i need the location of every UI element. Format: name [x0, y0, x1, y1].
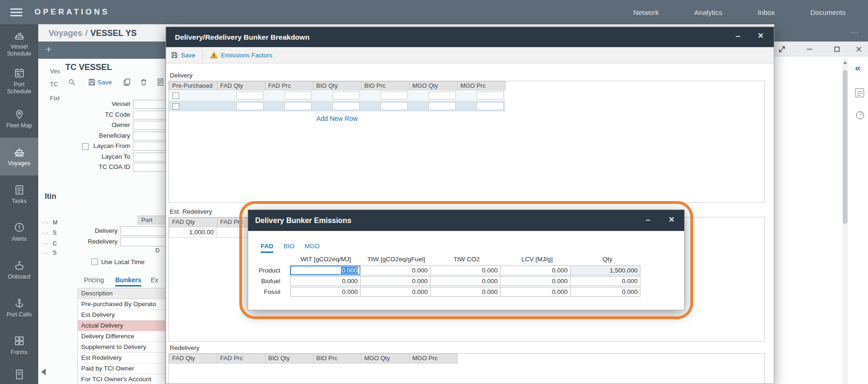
grid-row[interactable]: Pre-purchased By Operato [78, 299, 165, 310]
mgo-qty-input[interactable] [429, 102, 456, 110]
save-disk-icon[interactable] [88, 78, 96, 86]
beneficiary-field[interactable] [133, 132, 166, 140]
use-local-time-checkbox[interactable] [91, 258, 98, 265]
sidebar-item-onboard[interactable]: Onboard [0, 251, 38, 289]
grid-row[interactable]: Supplement to Delivery [78, 342, 165, 353]
bio-prc-input[interactable] [381, 102, 408, 110]
row-menu-dots[interactable]: ··· [42, 250, 49, 256]
tab-expenses[interactable]: Ex [151, 276, 158, 284]
pre-purchased-checkbox[interactable] [173, 103, 179, 110]
grid-row-highlighted[interactable]: Actual Delivery [78, 321, 165, 331]
sidebar-item-tasks[interactable]: Tasks [0, 175, 38, 213]
nav-item-documents[interactable]: Documents [810, 8, 846, 16]
save-button[interactable]: Save [97, 79, 112, 86]
tab-mgo[interactable]: MGO [305, 243, 319, 250]
grid-row[interactable]: Est Redelivery [78, 353, 165, 363]
close-icon[interactable]: × [669, 214, 674, 225]
lcv-cell[interactable]: 0.000 [500, 265, 570, 275]
overflow-menu-icon[interactable]: ··· [851, 28, 859, 36]
copy-icon[interactable] [123, 78, 131, 86]
mgo-prc-input[interactable] [477, 102, 504, 110]
sidebar-item-alerts[interactable]: Alerts [0, 213, 38, 251]
gauge-icon[interactable] [855, 110, 865, 120]
ttw-fuel-cell[interactable]: 0.000 [360, 265, 431, 275]
pre-purchased-checkbox[interactable] [173, 92, 179, 99]
tab-bio[interactable]: BIO [284, 243, 294, 250]
grid-row[interactable]: For TCI Owner's Account [78, 374, 165, 384]
close-icon[interactable]: × [758, 30, 764, 41]
sidebar-item-fleet-map[interactable]: Fleet Map [0, 100, 38, 138]
qty-cell[interactable]: 1,500.000 [570, 265, 640, 275]
laycan-to-field[interactable] [133, 153, 166, 161]
minimize-icon[interactable]: – [736, 31, 741, 41]
close-icon[interactable] [855, 46, 862, 53]
lcv-cell[interactable]: 0.000 [500, 276, 570, 286]
collapse-left-arrow[interactable] [41, 369, 46, 375]
qty-cell[interactable]: 0.000 [570, 287, 640, 297]
popout-icon[interactable] [778, 46, 785, 53]
row-menu-dots[interactable]: ··· [42, 219, 49, 226]
sidebar-item-port-calls[interactable]: Port Calls [0, 289, 38, 327]
lcv-cell[interactable]: 0.000 [500, 287, 570, 297]
nav-item-network[interactable]: Network [633, 8, 659, 16]
sidebar-item-vessel-schedule[interactable]: Vessel Schedule [0, 24, 38, 62]
tab-fad[interactable]: FAD [261, 243, 273, 253]
tab-pricing[interactable]: Pricing [84, 276, 104, 284]
save-disk-icon[interactable] [171, 51, 178, 59]
tc-coa-id-field[interactable] [133, 163, 166, 172]
ttw-co2-cell[interactable]: 0.000 [430, 265, 500, 275]
owner-field[interactable] [133, 121, 166, 130]
breadcrumb-voyages-link[interactable]: Voyages [49, 28, 83, 38]
vessel-field[interactable] [133, 100, 166, 109]
fad-prc-input[interactable] [285, 102, 312, 110]
maximize-icon[interactable] [833, 46, 840, 53]
sidebar-item-forms[interactable]: Forms [0, 327, 38, 364]
scrollbar-thumb[interactable] [843, 70, 847, 224]
bio-prc-input[interactable] [381, 91, 408, 99]
sidebar-item-port-schedule[interactable]: Port Schedule [0, 62, 38, 100]
emissions-factors-button[interactable]: Emissions Factors [221, 52, 272, 59]
sidebar-item-voyages[interactable]: Voyages [0, 138, 38, 175]
nav-item-analytics[interactable]: Analytics [694, 8, 722, 16]
save-button[interactable]: Save [181, 52, 195, 59]
est-fad-qty-cell[interactable]: 1,000.00 [169, 227, 217, 238]
grid-row[interactable]: Est Delivery [78, 310, 165, 321]
collapse-panel-icon[interactable]: « [855, 62, 861, 73]
search-icon[interactable] [68, 78, 76, 86]
row-menu-dots[interactable]: ··· [42, 230, 49, 236]
ttw-co2-cell[interactable]: 0.000 [430, 276, 500, 286]
nav-item-inbox[interactable]: Inbox [757, 8, 775, 16]
wtt-cell-selected[interactable]: 0.000 [290, 265, 361, 275]
add-new-row-link[interactable]: Add New Row [169, 115, 505, 122]
minimize-icon[interactable]: – [646, 215, 651, 225]
tab-bunkers[interactable]: Bunkers [115, 276, 141, 286]
fad-prc-input[interactable] [285, 91, 312, 99]
trash-icon[interactable] [139, 78, 148, 86]
add-tab-button[interactable]: + [46, 44, 51, 55]
fad-qty-input[interactable] [236, 91, 264, 99]
redelivery-port-field[interactable] [120, 237, 166, 246]
grid-row[interactable]: Paid by TCI Owner [78, 363, 165, 374]
scrollbar-up-arrow[interactable] [843, 61, 847, 64]
hamburger-menu-icon[interactable] [10, 8, 22, 16]
mgo-prc-input[interactable] [477, 91, 504, 99]
qty-cell[interactable]: 0.000 [570, 276, 640, 286]
minimize-icon[interactable] [806, 46, 813, 53]
fad-qty-input[interactable] [236, 102, 264, 110]
wtt-cell[interactable]: 0.000 [290, 287, 361, 297]
bio-qty-input[interactable] [333, 102, 360, 110]
ttw-fuel-cell[interactable]: 0.000 [360, 287, 431, 297]
delivery-port-field[interactable] [120, 226, 166, 236]
properties-list-icon[interactable] [854, 88, 865, 98]
tc-code-field[interactable] [133, 111, 166, 119]
sidebar-item-partial[interactable] [0, 364, 38, 384]
ttw-co2-cell[interactable]: 0.000 [430, 287, 500, 297]
bio-qty-input[interactable] [333, 91, 360, 99]
row-menu-dots[interactable]: ··· [42, 240, 49, 247]
report-icon[interactable] [156, 78, 165, 86]
wtt-cell[interactable]: 0.000 [290, 276, 361, 286]
laycan-from-field[interactable] [133, 142, 166, 151]
ttw-fuel-cell[interactable]: 0.000 [360, 276, 431, 286]
grid-row[interactable]: Delivery Difference [78, 331, 165, 342]
mgo-qty-input[interactable] [429, 91, 456, 99]
